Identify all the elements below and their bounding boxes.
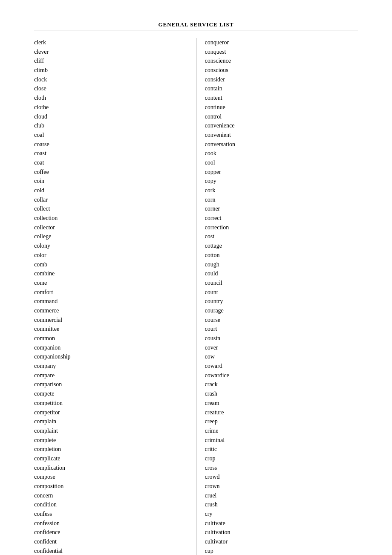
list-item: coward [205,361,358,371]
list-item: cotton [205,251,358,260]
list-item: commercial [34,315,187,325]
list-item: corner [205,204,358,214]
list-item: companionship [34,352,187,361]
list-item: collect [34,204,187,214]
list-item: conscience [205,56,358,66]
list-item: compete [34,389,187,399]
list-item: confidence [34,528,187,537]
list-item: content [205,93,358,103]
list-item: creature [205,408,358,417]
list-item: confident [34,537,187,546]
list-item: crash [205,389,358,399]
page-header: GENERAL SERVICE LIST [34,21,358,31]
list-item: conqueror [205,38,358,47]
list-item: cook [205,149,358,158]
list-item: country [205,297,358,306]
list-item: cloud [34,112,187,121]
list-item: count [205,288,358,297]
list-item: club [34,121,187,130]
list-item: coast [34,149,187,158]
list-item: continue [205,103,358,112]
list-item: crack [205,380,358,389]
list-item: cross [205,463,358,473]
list-item: clothe [34,103,187,112]
list-item: cliff [34,56,187,66]
list-item: complain [34,417,187,426]
list-item: colony [34,241,187,251]
list-item: comparison [34,380,187,389]
list-item: control [205,112,358,121]
list-item: cream [205,399,358,408]
list-item: climb [34,66,187,75]
list-item: convenient [205,130,358,140]
list-item: color [34,251,187,260]
list-item: comfort [34,288,187,297]
list-item: compare [34,371,187,380]
list-item: committee [34,324,187,334]
list-item: clever [34,47,187,57]
list-item: commerce [34,306,187,315]
list-item: concern [34,491,187,500]
page-title: GENERAL SERVICE LIST [158,21,233,28]
list-item: conscious [205,66,358,75]
list-item: combine [34,269,187,278]
list-item: complaint [34,426,187,436]
list-item: comb [34,260,187,269]
list-item: cowardice [205,371,358,380]
word-list-content: clerkclevercliffclimbclockcloseclothclot… [34,38,358,555]
left-column: clerkclevercliffclimbclockcloseclothclot… [34,38,196,555]
list-item: cool [205,158,358,168]
list-item: course [205,315,358,325]
list-item: cough [205,260,358,269]
list-item: common [34,334,187,343]
list-item: competitor [34,408,187,417]
list-item: close [34,84,187,93]
list-item: copy [205,176,358,186]
list-item: collector [34,223,187,232]
list-item: clock [34,75,187,84]
list-item: companion [34,343,187,353]
list-item: confidential [34,546,187,555]
list-item: cultivate [205,519,358,528]
right-column: conquerorconquestconscienceconsciouscons… [196,38,358,555]
list-item: correction [205,223,358,232]
list-item: cultivator [205,537,358,546]
list-item: confess [34,509,187,519]
list-item: confession [34,519,187,528]
list-item: competition [34,399,187,408]
list-item: coal [34,130,187,140]
list-item: compose [34,472,187,482]
list-item: coat [34,158,187,168]
list-item: complicate [34,454,187,463]
list-item: college [34,232,187,241]
list-item: conquest [205,47,358,57]
page: GENERAL SERVICE LIST clerkclevercliffcli… [0,0,392,555]
list-item: council [205,278,358,288]
list-item: cover [205,343,358,353]
list-item: criminal [205,436,358,445]
list-item: cry [205,509,358,519]
list-item: crown [205,482,358,491]
list-item: coarse [34,140,187,149]
list-item: consider [205,75,358,84]
list-item: copper [205,168,358,177]
list-item: condition [34,500,187,509]
list-item: collection [34,214,187,223]
list-item: command [34,297,187,306]
list-item: courage [205,306,358,315]
list-item: conversation [205,140,358,149]
list-item: composition [34,482,187,491]
list-item: cork [205,186,358,195]
list-item: completion [34,445,187,454]
list-item: cost [205,232,358,241]
list-item: crowd [205,472,358,482]
list-item: cloth [34,93,187,103]
list-item: correct [205,214,358,223]
list-item: cultivation [205,528,358,537]
list-item: complication [34,463,187,473]
list-item: coffee [34,168,187,177]
list-item: convenience [205,121,358,130]
list-item: critic [205,445,358,454]
list-item: cow [205,352,358,361]
list-item: crop [205,454,358,463]
